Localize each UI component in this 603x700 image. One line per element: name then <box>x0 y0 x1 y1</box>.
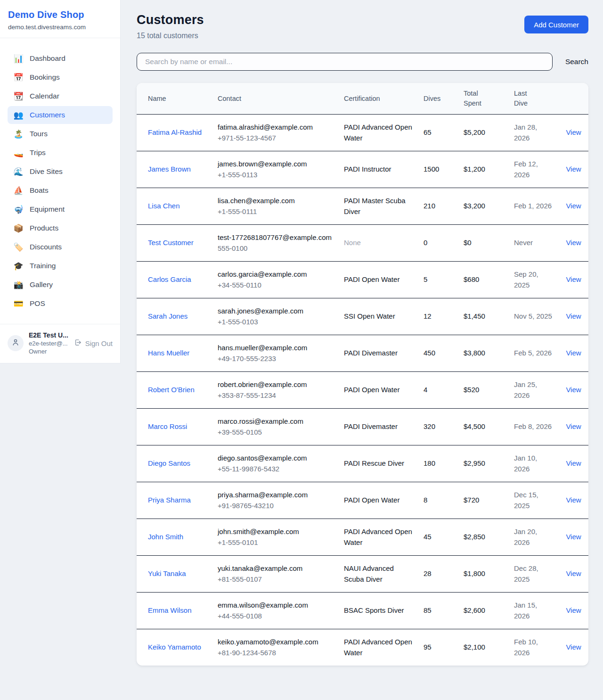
customer-name-link[interactable]: Emma Wilson <box>148 606 192 614</box>
customer-actions-cell: View <box>559 445 588 482</box>
customer-total-spent: $2,100 <box>458 629 508 666</box>
sidebar-item-bookings[interactable]: 📅Bookings <box>8 68 113 86</box>
table-row: John Smithjohn.smith@example.com+1-555-0… <box>137 519 588 556</box>
customer-name-link[interactable]: Lisa Chen <box>148 202 180 210</box>
sidebar-item-customers[interactable]: 👥Customers <box>8 106 113 124</box>
sidebar-item-dive-sites[interactable]: 🌊Dive Sites <box>8 163 113 181</box>
table-row: Priya Sharmapriya.sharma@example.com+91-… <box>137 482 588 519</box>
customer-last-dive: Jan 15, 2026 <box>508 593 559 629</box>
shop-name: Demo Dive Shop <box>8 9 112 20</box>
customer-total-spent: $4,500 <box>458 409 508 445</box>
app-layout: Demo Dive Shop demo.test.divestreams.com… <box>0 0 603 677</box>
sidebar-item-tours[interactable]: 🏝️Tours <box>8 125 113 143</box>
customer-last-dive: Dec 15, 2025 <box>508 482 559 519</box>
view-customer-link[interactable]: View <box>566 312 581 320</box>
customer-contact-cell: john.smith@example.com+1-555-0101 <box>212 519 338 556</box>
customer-name-link[interactable]: Marco Rossi <box>148 422 187 430</box>
customer-name-link[interactable]: Keiko Yamamoto <box>148 643 201 651</box>
customer-name-link[interactable]: Hans Mueller <box>148 349 189 357</box>
customer-total-spent: $680 <box>458 262 508 298</box>
customer-count: 15 total customers <box>137 32 204 40</box>
nav-label: Trips <box>30 148 46 157</box>
customer-total-spent: $3,800 <box>458 335 508 372</box>
add-customer-button[interactable]: Add Customer <box>524 16 588 33</box>
table-row: Diego Santosdiego.santos@example.com+55-… <box>137 445 588 482</box>
view-customer-link[interactable]: View <box>566 349 581 357</box>
customer-name-link[interactable]: John Smith <box>148 533 183 541</box>
credit-card-icon: 💳 <box>13 300 24 308</box>
customer-contact-cell: marco.rossi@example.com+39-555-0105 <box>212 409 338 445</box>
view-customer-link[interactable]: View <box>566 202 581 210</box>
customer-certification: PADI Open Water <box>338 482 418 519</box>
view-customer-link[interactable]: View <box>566 275 581 283</box>
search-button[interactable]: Search <box>565 57 588 67</box>
view-customer-link[interactable]: View <box>566 165 581 173</box>
table-row: Carlos Garciacarlos.garcia@example.com+3… <box>137 262 588 298</box>
customer-last-dive: Jan 20, 2026 <box>508 519 559 556</box>
sidebar-item-equipment[interactable]: 🤿Equipment <box>8 200 113 218</box>
customer-phone: +55-11-99876-5432 <box>218 464 333 475</box>
sidebar-item-trips[interactable]: 🚤Trips <box>8 144 113 162</box>
customer-email: lisa.chen@example.com <box>218 196 333 206</box>
view-customer-link[interactable]: View <box>566 386 581 394</box>
customer-dives: 450 <box>418 335 458 372</box>
customers-table: NameContactCertificationDivesTotal Spent… <box>137 83 588 666</box>
customer-phone: +39-555-0105 <box>218 427 333 438</box>
customer-name-link[interactable]: Yuki Tanaka <box>148 569 186 577</box>
customer-name-link[interactable]: Carlos Garcia <box>148 275 191 283</box>
nav-label: Gallery <box>30 280 53 289</box>
user-role: Owner <box>29 348 68 355</box>
view-customer-link[interactable]: View <box>566 459 581 467</box>
customer-name-link[interactable]: Robert O'Brien <box>148 386 195 394</box>
search-row: Search <box>137 53 588 71</box>
view-customer-link[interactable]: View <box>566 533 581 541</box>
customer-name-link[interactable]: Priya Sharma <box>148 496 191 504</box>
sidebar-item-calendar[interactable]: 📆Calendar <box>8 87 113 105</box>
customer-name-link[interactable]: Sarah Jones <box>148 312 187 320</box>
customer-dives: 180 <box>418 445 458 482</box>
view-customer-link[interactable]: View <box>566 239 581 247</box>
customer-last-dive: Jan 25, 2026 <box>508 372 559 409</box>
customer-certification: PADI Advanced Open Water <box>338 629 418 666</box>
table-row: Robert O'Brienrobert.obrien@example.com+… <box>137 372 588 409</box>
customer-certification: SSI Open Water <box>338 298 418 335</box>
customer-phone: +34-555-0110 <box>218 280 333 291</box>
customer-name-link[interactable]: Fatima Al-Rashid <box>148 128 202 136</box>
customer-contact-cell: diego.santos@example.com+55-11-99876-543… <box>212 445 338 482</box>
sidebar-item-boats[interactable]: ⛵Boats <box>8 181 113 199</box>
page-title: Customers <box>137 13 204 27</box>
sidebar-item-products[interactable]: 📦Products <box>8 219 113 237</box>
wave-icon: 🌊 <box>13 168 24 176</box>
column-header-last-dive: Last Dive <box>508 83 559 115</box>
nav-label: Customers <box>30 111 65 119</box>
customer-dives: 1500 <box>418 151 458 188</box>
sign-out-button[interactable]: Sign Out <box>74 338 113 348</box>
customer-last-dive: Dec 28, 2025 <box>508 556 559 593</box>
view-customer-link[interactable]: View <box>566 606 581 614</box>
user-email: e2e-tester@... <box>29 340 68 347</box>
island-icon: 🏝️ <box>13 130 24 138</box>
customer-email: marco.rossi@example.com <box>218 416 333 427</box>
customer-last-dive: Jan 28, 2026 <box>508 115 559 151</box>
sidebar-item-discounts[interactable]: 🏷️Discounts <box>8 238 113 256</box>
customer-phone: +971-55-123-4567 <box>218 133 333 144</box>
view-customer-link[interactable]: View <box>566 569 581 577</box>
nav-label: Discounts <box>30 243 62 251</box>
customer-last-dive: Nov 5, 2025 <box>508 298 559 335</box>
search-input[interactable] <box>137 53 553 71</box>
sidebar-item-training[interactable]: 🎓Training <box>8 257 113 275</box>
sidebar-item-pos[interactable]: 💳POS <box>8 295 113 313</box>
view-customer-link[interactable]: View <box>566 128 581 136</box>
view-customer-link[interactable]: View <box>566 422 581 430</box>
customer-name-link[interactable]: James Brown <box>148 165 191 173</box>
view-customer-link[interactable]: View <box>566 643 581 651</box>
customer-actions-cell: View <box>559 298 588 335</box>
view-customer-link[interactable]: View <box>566 496 581 504</box>
customer-name-link[interactable]: Diego Santos <box>148 459 190 467</box>
customer-certification: PADI Instructor <box>338 151 418 188</box>
sidebar-item-gallery[interactable]: 📸Gallery <box>8 276 113 294</box>
customer-certification: None <box>338 225 418 262</box>
customer-contact-cell: keiko.yamamoto@example.com+81-90-1234-56… <box>212 629 338 666</box>
customer-name-link[interactable]: Test Customer <box>148 239 194 247</box>
sidebar-item-dashboard[interactable]: 📊Dashboard <box>8 49 113 67</box>
